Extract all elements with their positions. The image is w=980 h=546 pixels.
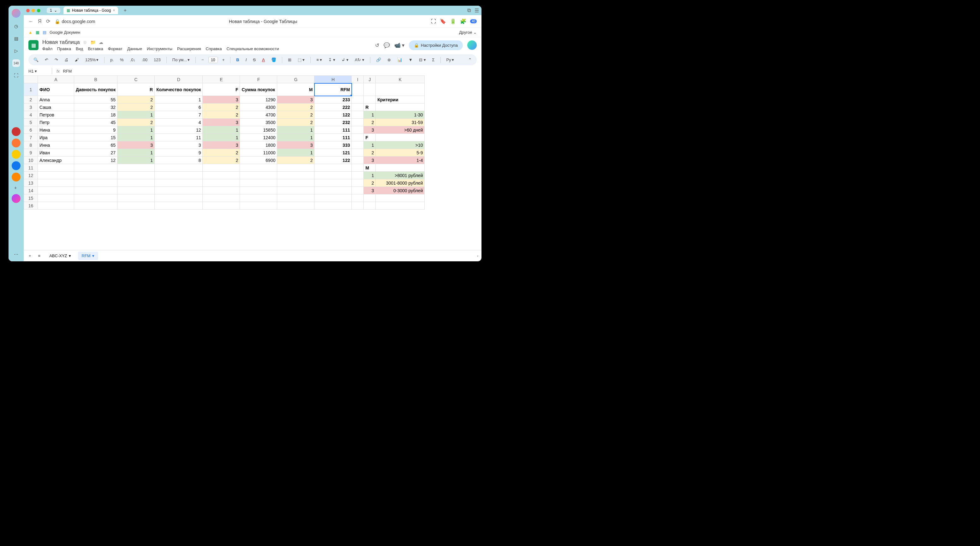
menu-help[interactable]: Справка <box>206 46 222 51</box>
cell[interactable] <box>155 172 203 179</box>
cell[interactable]: 9 <box>74 126 118 134</box>
strike-button[interactable]: S <box>251 56 258 63</box>
cell[interactable]: >8001 рублей <box>376 172 425 179</box>
browser-tab[interactable]: ▦ Новая таблица - Goog × <box>64 6 118 14</box>
row-header-8[interactable]: 8 <box>24 141 38 149</box>
cell[interactable]: Ира <box>38 134 74 141</box>
new-tab-button[interactable]: + <box>121 6 129 14</box>
cell[interactable]: 11 <box>155 134 203 141</box>
code-button[interactable]: Py ▾ <box>444 56 456 63</box>
cell[interactable] <box>118 172 155 179</box>
formula-bar[interactable]: RFM <box>63 69 477 73</box>
cell[interactable]: 111 <box>315 134 352 141</box>
cell[interactable] <box>74 179 118 187</box>
cell[interactable] <box>38 179 74 187</box>
row-header-15[interactable]: 15 <box>24 194 38 202</box>
cell[interactable]: 55 <box>74 96 118 103</box>
tab-counter[interactable]: 1 ⌄ <box>47 8 60 13</box>
cell[interactable] <box>376 103 425 111</box>
cell[interactable]: Anna <box>38 96 74 103</box>
move-icon[interactable]: 📁 <box>90 40 95 45</box>
app-icon-3[interactable] <box>12 150 21 159</box>
row-header-11[interactable]: 11 <box>24 164 38 172</box>
row-header-4[interactable]: 4 <box>24 111 38 119</box>
menu-view[interactable]: Вид <box>76 46 83 51</box>
cell[interactable]: 3 <box>364 126 376 134</box>
cell[interactable]: 1800 <box>240 141 277 149</box>
sheets-logo-icon[interactable]: ▦ <box>29 40 38 50</box>
cell[interactable]: 2 <box>364 149 376 157</box>
cell[interactable]: >60 дней <box>376 126 425 134</box>
cell[interactable] <box>74 194 118 202</box>
redo-icon[interactable]: ↷ <box>53 56 60 63</box>
menu-extensions[interactable]: Расширения <box>177 46 201 51</box>
cell[interactable] <box>38 164 74 172</box>
window-minimize-icon[interactable] <box>32 9 35 12</box>
cell[interactable] <box>352 149 364 157</box>
col-header-D[interactable]: D <box>155 76 203 83</box>
url-display[interactable]: 🔒 docs.google.com <box>55 19 95 24</box>
cell[interactable]: 2 <box>118 119 155 126</box>
cell[interactable]: 15850 <box>240 126 277 134</box>
cell[interactable]: 1-4 <box>376 157 425 164</box>
cell[interactable]: 1 <box>277 134 315 141</box>
cell[interactable] <box>352 164 364 172</box>
cell[interactable] <box>352 172 364 179</box>
cell[interactable]: 1 <box>203 134 240 141</box>
cell[interactable]: 8 <box>155 157 203 164</box>
col-header-I[interactable]: I <box>352 76 364 83</box>
cell[interactable]: 3 <box>277 141 315 149</box>
row-header-9[interactable]: 9 <box>24 149 38 157</box>
app-icon-4[interactable] <box>12 161 21 170</box>
decrease-font-icon[interactable]: − <box>199 56 206 63</box>
cell[interactable]: Инна <box>38 141 74 149</box>
cell[interactable] <box>155 202 203 210</box>
menu-format[interactable]: Формат <box>108 46 123 51</box>
cell[interactable]: 2 <box>118 96 155 103</box>
app-icon-2[interactable] <box>12 138 21 148</box>
cell[interactable] <box>203 164 240 172</box>
cell[interactable]: 4700 <box>240 111 277 119</box>
app-icon-6[interactable] <box>12 194 21 203</box>
row-header-10[interactable]: 10 <box>24 157 38 164</box>
cell[interactable]: 1 <box>118 157 155 164</box>
cell[interactable]: 32 <box>74 103 118 111</box>
cell[interactable] <box>315 202 352 210</box>
cell[interactable]: 1 <box>364 111 376 119</box>
cell[interactable]: 12 <box>155 126 203 134</box>
format-number-button[interactable]: 123 <box>152 56 162 63</box>
docs-bookmark-icon[interactable]: ▤ <box>43 30 46 35</box>
copy-icon[interactable]: ⧉ <box>467 8 471 14</box>
cell[interactable] <box>315 179 352 187</box>
cell[interactable]: 3 <box>118 141 155 149</box>
cell[interactable]: 122 <box>315 157 352 164</box>
font-select[interactable]: По ум... ▾ <box>170 56 192 63</box>
bold-button[interactable]: B <box>234 56 241 63</box>
cell[interactable]: 5-9 <box>376 149 425 157</box>
cell[interactable] <box>315 164 352 172</box>
download-badge[interactable]: 40 <box>470 19 477 23</box>
cell[interactable] <box>203 194 240 202</box>
drive-icon[interactable]: ▲ <box>29 30 32 35</box>
cell[interactable]: Александр <box>38 157 74 164</box>
select-all-corner[interactable] <box>24 76 38 83</box>
col-header-F[interactable]: F <box>240 76 277 83</box>
cell[interactable]: 1 <box>277 149 315 157</box>
cell[interactable]: Петров <box>38 111 74 119</box>
cell[interactable]: M <box>277 83 315 96</box>
link-icon[interactable]: 🔗 <box>374 56 383 63</box>
cell[interactable]: Количество покупок <box>155 83 203 96</box>
reload-icon[interactable]: ⟳ <box>46 18 50 24</box>
cell[interactable] <box>376 134 425 141</box>
cell[interactable]: 6900 <box>240 157 277 164</box>
cell[interactable] <box>38 202 74 210</box>
window-maximize-icon[interactable] <box>37 9 40 12</box>
cell[interactable] <box>277 194 315 202</box>
cell[interactable] <box>376 202 425 210</box>
cell[interactable]: 222 <box>315 103 352 111</box>
sheets-bookmark-icon[interactable]: ▦ <box>36 30 40 35</box>
cell[interactable] <box>155 179 203 187</box>
share-button[interactable]: 🔒 Настройки Доступа <box>409 40 463 50</box>
cell[interactable]: Сумма покупок <box>240 83 277 96</box>
cell[interactable]: 11000 <box>240 149 277 157</box>
